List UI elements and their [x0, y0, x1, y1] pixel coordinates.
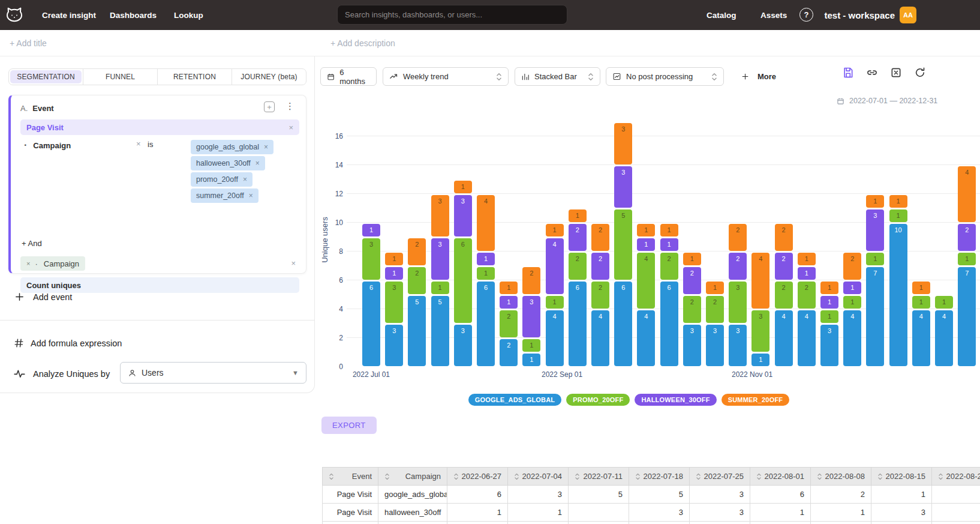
bar-segment[interactable]: 6 — [569, 282, 587, 366]
sort-icon[interactable] — [696, 473, 701, 480]
bar-segment[interactable]: 1 — [798, 267, 816, 280]
avatar[interactable]: AA — [900, 7, 916, 23]
bar-segment[interactable]: 1 — [958, 253, 976, 265]
bar-segment[interactable]: 1 — [431, 282, 449, 294]
aggregation-row[interactable]: Count uniques — [20, 277, 299, 293]
bar-segment[interactable]: 1 — [866, 253, 884, 265]
bar-segment[interactable]: 2 — [843, 253, 861, 280]
bar-segment[interactable]: 3 — [866, 209, 884, 251]
nav-assets[interactable]: Assets — [760, 0, 787, 30]
property-value-tag[interactable]: promo_20off× — [191, 172, 252, 187]
bar-segment[interactable]: 2 — [683, 296, 701, 323]
bar-segment[interactable]: 2 — [729, 253, 747, 280]
nav-dashboards[interactable]: Dashboards — [110, 0, 157, 30]
property-value-tag[interactable]: halloween_30off× — [191, 156, 265, 170]
bar-segment[interactable]: 4 — [637, 253, 655, 309]
legend-item[interactable]: GOOGLE_ADS_GLOBAL — [468, 394, 562, 406]
bar-segment[interactable]: 4 — [935, 310, 953, 366]
legend-item[interactable]: HALLOWEEN_30OFF — [635, 394, 716, 406]
add-description-button[interactable]: + Add description — [330, 38, 395, 48]
bar-segment[interactable]: 1 — [454, 181, 472, 193]
add-formula-button[interactable]: Add formula expression — [13, 337, 122, 349]
bar-segment[interactable]: 2 — [522, 267, 540, 294]
remove-property-icon[interactable]: × — [136, 139, 141, 148]
bar-segment[interactable]: 1 — [751, 354, 769, 366]
bar-segment[interactable]: 1 — [522, 339, 540, 352]
remove-tag-icon[interactable]: × — [243, 175, 247, 184]
bar-segment[interactable]: 3 — [683, 325, 701, 366]
bar-segment[interactable]: 3 — [362, 238, 380, 280]
bar-segment[interactable]: 1 — [798, 253, 816, 265]
bar-segment[interactable]: 3 — [729, 282, 747, 323]
tab-segmentation[interactable]: SEGMENTATION — [9, 69, 83, 85]
bar-segment[interactable]: 7 — [958, 267, 976, 366]
workspace-name[interactable]: test - workspace — [824, 0, 895, 30]
bar-segment[interactable]: 3 — [706, 325, 724, 366]
close-box-icon[interactable] — [890, 67, 902, 79]
bar-segment[interactable]: 7 — [866, 267, 884, 366]
bar-segment[interactable]: 1 — [820, 296, 838, 309]
tab-retention[interactable]: RETENTION — [158, 69, 232, 85]
bar-segment[interactable]: 6 — [362, 282, 380, 366]
tab-journey-beta-[interactable]: JOURNEY (beta) — [232, 69, 306, 85]
bar-segment[interactable]: 1 — [477, 253, 495, 265]
property-value-tag[interactable]: summer_20off× — [191, 188, 258, 203]
bar-segment[interactable]: 4 — [843, 310, 861, 366]
column-header[interactable]: 2022-07-25 — [690, 468, 750, 486]
bar-segment[interactable]: 2 — [591, 282, 609, 309]
kebab-menu-icon[interactable]: ⋮ — [285, 101, 294, 112]
bar-segment[interactable]: 2 — [591, 253, 609, 280]
bar-segment[interactable]: 3 — [820, 325, 838, 366]
bar-segment[interactable]: 4 — [958, 166, 976, 222]
bar-segment[interactable]: 1 — [660, 224, 678, 236]
bar-segment[interactable]: 2 — [775, 253, 793, 280]
add-and-condition[interactable]: + And — [22, 239, 42, 248]
bar-segment[interactable]: 1 — [477, 267, 495, 280]
bar-segment[interactable]: 1 — [889, 209, 907, 222]
column-header[interactable]: 2022-08-01 — [750, 468, 811, 486]
trend-select[interactable]: Weekly trend — [383, 67, 509, 86]
bar-segment[interactable]: 1 — [362, 224, 380, 236]
bar-segment[interactable]: 1 — [500, 296, 518, 309]
bar-segment[interactable]: 1 — [820, 310, 838, 323]
bar-segment[interactable]: 1 — [683, 253, 701, 265]
bar-segment[interactable]: 1 — [843, 296, 861, 309]
bar-segment[interactable]: 2 — [798, 282, 816, 309]
bar-segment[interactable]: 1 — [866, 195, 884, 208]
bar-segment[interactable]: 1 — [935, 296, 953, 309]
tab-funnel[interactable]: FUNNEL — [83, 69, 158, 85]
chart-type-select[interactable]: Stacked Bar — [515, 67, 600, 86]
bar-segment[interactable]: 2 — [775, 282, 793, 309]
add-event-button[interactable]: Add event — [14, 292, 72, 302]
column-header[interactable]: 2022-08-08 — [811, 468, 871, 486]
bar-segment[interactable]: 3 — [614, 123, 632, 164]
bar-segment[interactable]: 6 — [614, 282, 632, 366]
bar-segment[interactable]: 1 — [500, 282, 518, 294]
sort-icon[interactable] — [756, 473, 762, 480]
bar-segment[interactable]: 2 — [500, 339, 518, 366]
save-icon[interactable] — [842, 67, 854, 79]
sort-icon[interactable] — [938, 473, 943, 480]
duplicate-series-icon[interactable]: + — [264, 101, 275, 112]
bar-segment[interactable]: 5 — [431, 296, 449, 366]
sort-icon[interactable] — [635, 473, 641, 480]
nav-lookup[interactable]: Lookup — [174, 0, 203, 30]
bar-segment[interactable]: 4 — [477, 195, 495, 251]
bar-segment[interactable]: 2 — [591, 224, 609, 251]
bar-segment[interactable]: 2 — [958, 224, 976, 251]
bar-segment[interactable]: 1 — [546, 296, 564, 309]
bar-segment[interactable]: 1 — [522, 354, 540, 366]
bar-segment[interactable]: 1 — [706, 282, 724, 294]
column-header[interactable]: 2022-07-04 — [508, 468, 569, 486]
breakdown-tag[interactable]: × · Campaign — [20, 256, 85, 271]
bar-segment[interactable]: 3 — [431, 195, 449, 236]
bar-segment[interactable]: 4 — [751, 253, 769, 309]
nav-create-insight[interactable]: Create insight — [42, 0, 96, 30]
bar-segment[interactable]: 2 — [683, 267, 701, 294]
bar-segment[interactable]: 4 — [798, 310, 816, 366]
bar-segment[interactable]: 6 — [454, 238, 472, 323]
bar-segment[interactable]: 1 — [660, 238, 678, 251]
column-header[interactable]: 2022-08-22 — [932, 468, 980, 486]
remove-tag-icon[interactable]: × — [255, 159, 260, 167]
bar-segment[interactable]: 2 — [660, 253, 678, 280]
